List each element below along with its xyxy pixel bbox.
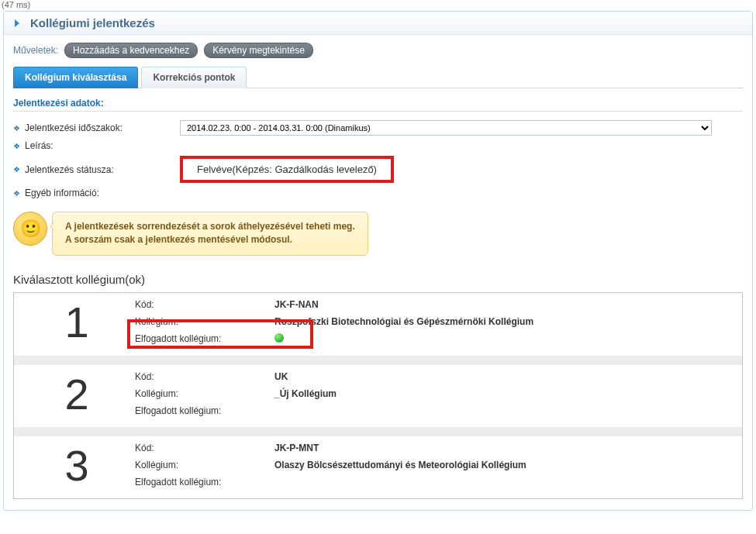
accepted-label: Elfogadott kollégium: [135, 477, 274, 487]
selected-heading: Kiválasztott kollégium(ok) [13, 273, 743, 286]
choice-number: 2 [19, 371, 135, 416]
section-title: Jelentkezési adatok: [13, 98, 743, 112]
tip-bubble: A jelentkezések sorrendezését a sorok át… [52, 212, 368, 256]
tip-line-1: A jelentkezések sorrendezését a sorok át… [65, 220, 355, 233]
periods-label: Jelentkezési időszakok: [25, 122, 180, 133]
code-value: UK [274, 371, 737, 382]
code-label: Kód: [135, 299, 274, 310]
meta-status: ❖ Jelentkezés státusza: Felvéve(Képzés: … [13, 153, 743, 185]
bullet-icon: ❖ [13, 165, 20, 174]
other-info-label: Egyéb információ: [25, 188, 180, 198]
meta-other: ❖ Egyéb információ: [13, 185, 743, 201]
page-title: Kollégiumi jelentkezés [30, 16, 155, 29]
status-label: Jelentkezés státusza: [25, 164, 180, 175]
dorm-value: Roszpofszki Biotechnológiai és Gépészmér… [274, 316, 737, 327]
choice-number: 1 [19, 299, 135, 345]
accepted-label: Elfogadott kollégium: [135, 405, 274, 416]
list-item[interactable]: 3 Kód: JK-P-MNT Kollégium: Olaszy Bölcsé… [14, 436, 742, 498]
timing-text: (47 ms) [0, 0, 756, 9]
smiley-icon: 🙂 [13, 212, 47, 246]
dorm-value: Olaszy Bölcsészettudományi és Meteorológ… [274, 460, 737, 470]
accepted-value [274, 477, 737, 487]
periods-select[interactable]: 2014.02.23. 0:00 - 2014.03.31. 0:00 (Din… [180, 120, 712, 136]
main-panel: Kollégiumi jelentkezés Műveletek: Hozzáa… [3, 11, 753, 511]
bullet-icon: ❖ [13, 142, 20, 150]
accepted-value [274, 333, 737, 345]
tabs: Kollégium kiválasztása Korrekciós pontok [13, 66, 743, 88]
tip-line-2: A sorszám csak a jelentkezés mentésével … [65, 233, 355, 246]
dorm-label: Kollégium: [135, 316, 274, 327]
dorm-label: Kollégium: [135, 460, 274, 470]
code-label: Kód: [135, 443, 274, 453]
actions-row: Műveletek: Hozzáadás a kedvencekhez Kérv… [13, 43, 743, 58]
code-label: Kód: [135, 371, 274, 382]
bullet-icon: ❖ [13, 189, 20, 198]
accepted-dot-icon [274, 333, 284, 343]
add-favorite-button[interactable]: Hozzáadás a kedvencekhez [64, 43, 198, 58]
tip-box: 🙂 A jelentkezések sorrendezését a sorok … [13, 212, 743, 256]
choice-list: 1 Kód: JK-F-NAN Kollégium: Roszpofszki B… [13, 292, 743, 499]
code-value: JK-P-MNT [274, 443, 737, 453]
description-label: Leírás: [25, 140, 180, 151]
list-item[interactable]: 1 Kód: JK-F-NAN Kollégium: Roszpofszki B… [14, 293, 742, 365]
status-highlight: Felvéve(Képzés: Gazdálkodás levelező) [180, 156, 394, 183]
bullet-icon: ❖ [13, 124, 20, 133]
view-request-button[interactable]: Kérvény megtekintése [204, 43, 313, 58]
panel-body: Műveletek: Hozzáadás a kedvencekhez Kérv… [4, 35, 752, 510]
dorm-value: _Új Kollégium [274, 388, 737, 399]
dorm-label: Kollégium: [135, 388, 274, 399]
panel-header: Kollégiumi jelentkezés [4, 12, 752, 35]
actions-label: Műveletek: [13, 45, 58, 56]
chevron-right-icon[interactable] [12, 18, 22, 29]
accepted-value [274, 405, 737, 416]
code-value: JK-F-NAN [274, 299, 737, 310]
tab-select-dorm[interactable]: Kollégium kiválasztása [13, 67, 138, 88]
meta-periods: ❖ Jelentkezési időszakok: 2014.02.23. 0:… [13, 118, 743, 138]
accepted-label: Elfogadott kollégium: [135, 333, 274, 345]
choice-number: 3 [19, 443, 135, 487]
status-value: Felvéve(Képzés: Gazdálkodás levelező) [197, 164, 377, 175]
list-item[interactable]: 2 Kód: UK Kollégium: _Új Kollégium Elfog… [14, 365, 742, 436]
tab-correction-points[interactable]: Korrekciós pontok [141, 67, 247, 88]
meta-description: ❖ Leírás: [13, 138, 743, 153]
